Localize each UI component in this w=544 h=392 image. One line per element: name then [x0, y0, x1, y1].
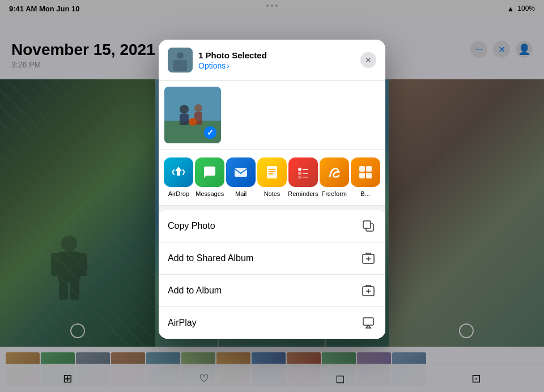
svg-rect-33 — [194, 112, 202, 125]
svg-point-32 — [194, 104, 202, 112]
reminders-icon — [288, 157, 318, 187]
copy-photo-label: Copy Photo — [168, 221, 215, 231]
add-shared-album-icon — [360, 250, 376, 266]
share-sheet-overlay: 1 Photo Selected Options › ✕ — [0, 0, 544, 392]
svg-point-34 — [189, 118, 197, 126]
more-app-label: B... — [360, 190, 370, 197]
freeform-icon — [320, 157, 349, 187]
messages-label: Messages — [196, 190, 224, 197]
airplay-label: AirPlay — [168, 318, 197, 328]
share-header-left: 1 Photo Selected Options › — [168, 48, 267, 73]
action-copy-photo[interactable]: Copy Photo — [159, 210, 385, 242]
close-button[interactable]: ✕ — [360, 52, 376, 68]
reminders-label: Reminders — [288, 190, 318, 197]
app-more[interactable]: B... — [350, 157, 381, 197]
options-button[interactable]: Options › — [198, 61, 267, 70]
app-freeform[interactable]: Freeform — [318, 157, 350, 197]
share-actions: Copy Photo Add to Shared Album — [159, 210, 385, 339]
action-airplay[interactable]: AirPlay — [159, 307, 385, 339]
notes-icon — [257, 157, 287, 187]
share-selection[interactable] — [204, 126, 216, 139]
share-title: 1 Photo Selected — [198, 50, 267, 60]
share-title-block: 1 Photo Selected Options › — [198, 50, 267, 70]
options-label: Options — [198, 61, 226, 70]
app-mail[interactable]: Mail — [226, 157, 257, 197]
airdrop-label: AirDrop — [168, 190, 189, 197]
share-photos-strip — [159, 81, 385, 150]
share-photo-1[interactable] — [164, 87, 221, 143]
more-app-icon — [351, 157, 380, 187]
airplay-icon — [360, 315, 376, 331]
share-header: 1 Photo Selected Options › ✕ — [159, 40, 385, 81]
add-album-label: Add to Album — [168, 286, 222, 296]
share-thumb — [168, 48, 193, 73]
freeform-label: Freeform — [321, 190, 347, 197]
svg-rect-51 — [363, 221, 371, 228]
messages-icon — [195, 157, 224, 187]
svg-rect-27 — [173, 60, 187, 71]
svg-rect-46 — [359, 166, 365, 172]
svg-rect-47 — [366, 166, 372, 172]
copy-photo-icon — [360, 218, 376, 234]
svg-point-30 — [180, 105, 189, 114]
airdrop-icon — [164, 157, 193, 187]
mail-icon — [226, 157, 256, 187]
notes-label: Notes — [264, 190, 280, 197]
svg-rect-48 — [359, 173, 365, 178]
mail-label: Mail — [235, 190, 246, 197]
svg-point-26 — [177, 52, 184, 59]
app-airdrop[interactable]: AirDrop — [163, 157, 194, 197]
svg-rect-58 — [363, 318, 373, 325]
svg-point-40 — [298, 168, 301, 171]
svg-point-42 — [298, 172, 301, 175]
svg-point-44 — [298, 176, 301, 179]
add-album-icon — [360, 283, 376, 299]
app-reminders[interactable]: Reminders — [287, 157, 318, 197]
share-sheet: 1 Photo Selected Options › ✕ — [159, 40, 385, 339]
options-arrow: › — [227, 61, 230, 70]
app-messages[interactable]: Messages — [194, 157, 226, 197]
svg-rect-31 — [180, 114, 189, 125]
add-shared-album-label: Add to Shared Album — [168, 253, 253, 263]
svg-rect-49 — [366, 173, 372, 178]
action-add-album[interactable]: Add to Album — [159, 275, 385, 307]
share-apps-row: AirDrop Messages Mail — [159, 150, 385, 206]
action-add-shared-album[interactable]: Add to Shared Album — [159, 242, 385, 275]
app-notes[interactable]: Notes — [257, 157, 288, 197]
